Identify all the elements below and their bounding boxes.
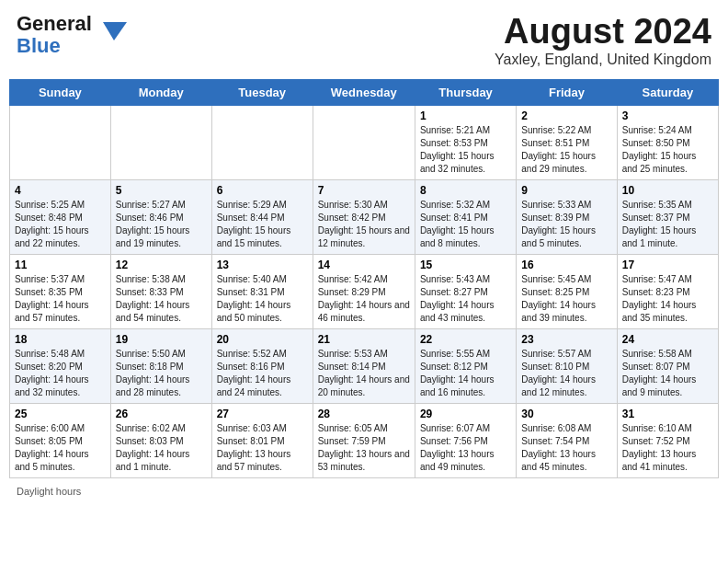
day-info: Sunrise: 5:40 AMSunset: 8:31 PMDaylight:…: [217, 273, 308, 325]
table-row: 23 Sunrise: 5:57 AMSunset: 8:10 PMDaylig…: [517, 328, 617, 403]
day-info: Sunrise: 5:57 AMSunset: 8:10 PMDaylight:…: [521, 348, 611, 399]
day-number: 10: [622, 184, 713, 197]
day-info: Sunrise: 5:30 AMSunset: 8:42 PMDaylight:…: [318, 199, 410, 250]
table-row: 27 Sunrise: 6:03 AMSunset: 8:01 PMDaylig…: [211, 403, 313, 477]
table-row: 9 Sunrise: 5:33 AMSunset: 8:39 PMDayligh…: [517, 179, 617, 254]
table-row: 18 Sunrise: 5:48 AMSunset: 8:20 PMDaylig…: [10, 328, 111, 403]
table-row: 22 Sunrise: 5:55 AMSunset: 8:12 PMDaylig…: [415, 328, 516, 403]
col-monday: Monday: [110, 79, 211, 105]
day-info: Sunrise: 5:53 AMSunset: 8:14 PMDaylight:…: [318, 348, 410, 399]
col-sunday: Sunday: [10, 79, 111, 105]
table-row: 14 Sunrise: 5:42 AMSunset: 8:29 PMDaylig…: [313, 254, 415, 328]
calendar-week-row: 11 Sunrise: 5:37 AMSunset: 8:35 PMDaylig…: [10, 254, 719, 328]
table-row: 10 Sunrise: 5:35 AMSunset: 8:37 PMDaylig…: [617, 179, 718, 254]
calendar-table: Sunday Monday Tuesday Wednesday Thursday…: [9, 79, 719, 478]
page-container: General Blue August 2024 Yaxley, England…: [9, 9, 719, 497]
table-row: 5 Sunrise: 5:27 AMSunset: 8:46 PMDayligh…: [110, 179, 211, 254]
calendar-week-row: 25 Sunrise: 6:00 AMSunset: 8:05 PMDaylig…: [10, 403, 719, 477]
day-number: 28: [318, 408, 410, 420]
day-info: Sunrise: 5:27 AMSunset: 8:46 PMDaylight:…: [116, 199, 207, 250]
day-number: 13: [217, 259, 308, 271]
daylight-label: Daylight hours: [17, 486, 81, 497]
table-row: 3 Sunrise: 5:24 AMSunset: 8:50 PMDayligh…: [617, 105, 718, 179]
table-row: 26 Sunrise: 6:02 AMSunset: 8:03 PMDaylig…: [110, 403, 211, 477]
day-info: Sunrise: 5:55 AMSunset: 8:12 PMDaylight:…: [420, 348, 511, 399]
day-number: 2: [521, 109, 611, 122]
location: Yaxley, England, United Kingdom: [495, 52, 711, 68]
day-info: Sunrise: 5:33 AMSunset: 8:39 PMDaylight:…: [521, 199, 611, 250]
day-info: Sunrise: 5:35 AMSunset: 8:37 PMDaylight:…: [622, 199, 713, 250]
day-info: Sunrise: 6:10 AMSunset: 7:52 PMDaylight:…: [622, 422, 713, 474]
day-info: Sunrise: 5:48 AMSunset: 8:20 PMDaylight:…: [15, 348, 106, 399]
day-info: Sunrise: 5:37 AMSunset: 8:35 PMDaylight:…: [15, 273, 106, 325]
table-row: 16 Sunrise: 5:45 AMSunset: 8:25 PMDaylig…: [517, 254, 617, 328]
table-row: 30 Sunrise: 6:08 AMSunset: 7:54 PMDaylig…: [517, 403, 617, 477]
logo-text: General: [17, 12, 92, 35]
day-number: 21: [318, 333, 410, 346]
day-info: Sunrise: 6:00 AMSunset: 8:05 PMDaylight:…: [15, 422, 106, 474]
day-info: Sunrise: 5:47 AMSunset: 8:23 PMDaylight:…: [622, 273, 713, 325]
table-row: 4 Sunrise: 5:25 AMSunset: 8:48 PMDayligh…: [10, 179, 111, 254]
table-row: [313, 105, 415, 179]
col-friday: Friday: [517, 79, 617, 105]
day-info: Sunrise: 5:21 AMSunset: 8:53 PMDaylight:…: [420, 124, 511, 176]
day-info: Sunrise: 5:45 AMSunset: 8:25 PMDaylight:…: [521, 273, 611, 325]
day-info: Sunrise: 5:24 AMSunset: 8:50 PMDaylight:…: [622, 124, 713, 176]
day-number: 18: [15, 333, 106, 346]
table-row: [10, 105, 111, 179]
table-row: 8 Sunrise: 5:32 AMSunset: 8:41 PMDayligh…: [415, 179, 516, 254]
table-row: 24 Sunrise: 5:58 AMSunset: 8:07 PMDaylig…: [617, 328, 718, 403]
day-info: Sunrise: 5:50 AMSunset: 8:18 PMDaylight:…: [116, 348, 207, 399]
table-row: 28 Sunrise: 6:05 AMSunset: 7:59 PMDaylig…: [313, 403, 415, 477]
logo-general: General: [17, 12, 92, 35]
table-row: 11 Sunrise: 5:37 AMSunset: 8:35 PMDaylig…: [10, 254, 111, 328]
table-row: 21 Sunrise: 5:53 AMSunset: 8:14 PMDaylig…: [313, 328, 415, 403]
day-number: 3: [622, 109, 713, 122]
day-number: 16: [521, 259, 611, 271]
col-wednesday: Wednesday: [313, 79, 415, 105]
day-info: Sunrise: 6:03 AMSunset: 8:01 PMDaylight:…: [217, 422, 308, 474]
table-row: 29 Sunrise: 6:07 AMSunset: 7:56 PMDaylig…: [415, 403, 516, 477]
day-number: 4: [15, 184, 106, 197]
title-block: August 2024 Yaxley, England, United King…: [495, 13, 711, 68]
day-number: 19: [116, 333, 207, 346]
day-number: 27: [217, 408, 308, 420]
day-info: Sunrise: 6:02 AMSunset: 8:03 PMDaylight:…: [116, 422, 207, 474]
day-info: Sunrise: 5:42 AMSunset: 8:29 PMDaylight:…: [318, 273, 410, 325]
day-info: Sunrise: 5:22 AMSunset: 8:51 PMDaylight:…: [521, 124, 611, 176]
day-info: Sunrise: 5:32 AMSunset: 8:41 PMDaylight:…: [420, 199, 511, 250]
calendar-week-row: 18 Sunrise: 5:48 AMSunset: 8:20 PMDaylig…: [10, 328, 719, 403]
calendar-week-row: 1 Sunrise: 5:21 AMSunset: 8:53 PMDayligh…: [10, 105, 719, 179]
logo-blue-text: Blue: [17, 34, 61, 57]
day-number: 20: [217, 333, 308, 346]
table-row: 31 Sunrise: 6:10 AMSunset: 7:52 PMDaylig…: [617, 403, 718, 477]
header: General Blue August 2024 Yaxley, England…: [9, 9, 719, 72]
table-row: 17 Sunrise: 5:47 AMSunset: 8:23 PMDaylig…: [617, 254, 718, 328]
svg-marker-0: [103, 22, 127, 40]
col-saturday: Saturday: [617, 79, 718, 105]
table-row: 25 Sunrise: 6:00 AMSunset: 8:05 PMDaylig…: [10, 403, 111, 477]
day-number: 14: [318, 259, 410, 271]
table-row: 19 Sunrise: 5:50 AMSunset: 8:18 PMDaylig…: [110, 328, 211, 403]
day-number: 17: [622, 259, 713, 271]
day-number: 25: [15, 408, 106, 420]
logo: General Blue: [17, 13, 127, 57]
logo-icon: [94, 15, 127, 48]
month-title: August 2024: [495, 13, 711, 52]
table-row: 2 Sunrise: 5:22 AMSunset: 8:51 PMDayligh…: [517, 105, 617, 179]
day-number: 15: [420, 259, 511, 271]
day-info: Sunrise: 5:43 AMSunset: 8:27 PMDaylight:…: [420, 273, 511, 325]
day-number: 12: [116, 259, 207, 271]
calendar-week-row: 4 Sunrise: 5:25 AMSunset: 8:48 PMDayligh…: [10, 179, 719, 254]
day-number: 26: [116, 408, 207, 420]
day-number: 8: [420, 184, 511, 197]
table-row: [211, 105, 313, 179]
day-number: 9: [521, 184, 611, 197]
day-number: 6: [217, 184, 308, 197]
day-info: Sunrise: 5:38 AMSunset: 8:33 PMDaylight:…: [116, 273, 207, 325]
table-row: 6 Sunrise: 5:29 AMSunset: 8:44 PMDayligh…: [211, 179, 313, 254]
day-info: Sunrise: 6:07 AMSunset: 7:56 PMDaylight:…: [420, 422, 511, 474]
day-number: 7: [318, 184, 410, 197]
day-number: 24: [622, 333, 713, 346]
day-info: Sunrise: 5:25 AMSunset: 8:48 PMDaylight:…: [15, 199, 106, 250]
